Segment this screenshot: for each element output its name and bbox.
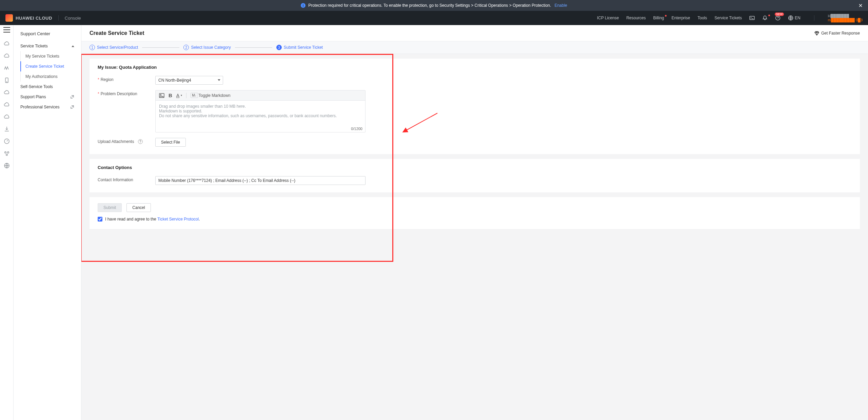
font-color-icon[interactable]: A▾	[176, 93, 182, 98]
step-3[interactable]: 3Submit Service Ticket	[276, 45, 323, 50]
nav-my-tickets[interactable]: My Service Tickets	[21, 51, 81, 61]
select-file-button[interactable]: Select File	[155, 138, 186, 147]
icon-rail	[0, 25, 14, 420]
rail-globe-icon[interactable]	[4, 163, 10, 169]
description-textarea[interactable]	[156, 101, 365, 131]
rail-cloud-icon-4[interactable]	[4, 102, 10, 108]
agree-checkbox[interactable]	[98, 217, 102, 222]
contact-info-input[interactable]	[155, 176, 366, 185]
billing-dot-icon	[665, 15, 667, 17]
hamburger-icon[interactable]	[3, 27, 10, 33]
nav-group-label: Service Tickets	[20, 44, 48, 48]
chevron-up-icon	[72, 45, 74, 47]
external-link-icon	[70, 95, 74, 99]
gem-icon	[814, 31, 819, 36]
contact-card: Contact Options Contact Information	[90, 159, 860, 192]
huawei-logo	[5, 14, 13, 22]
step-separator	[235, 47, 272, 48]
nav-support-plans[interactable]: Support Plans	[14, 92, 81, 102]
step-3-label: Submit Service Ticket	[284, 45, 323, 50]
help-icon[interactable]: ?	[138, 139, 143, 144]
nav-create-ticket[interactable]: Create Service Ticket	[20, 61, 81, 71]
nav-enterprise[interactable]: Enterprise	[672, 16, 690, 20]
svg-point-11	[160, 94, 161, 95]
contact-label: Contact Information	[98, 176, 155, 182]
external-link-icon	[70, 105, 74, 109]
step-1-label: Select Service/Product	[97, 45, 138, 50]
rail-device-icon[interactable]	[4, 77, 10, 83]
image-icon[interactable]	[159, 93, 164, 98]
nav-service-tickets[interactable]: Service Tickets	[714, 16, 742, 20]
submit-button[interactable]: Submit	[98, 203, 122, 212]
char-count: 0/1200	[351, 127, 362, 131]
rail-cloud-icon-5[interactable]	[4, 114, 10, 120]
announce-enable-link[interactable]: Enable	[554, 3, 567, 8]
rail-download-icon[interactable]	[4, 126, 10, 132]
account-menu[interactable]: H███████ m█████████ 0█3	[828, 14, 863, 22]
language-switch[interactable]: EN	[788, 15, 801, 21]
bell-icon[interactable]	[762, 15, 768, 21]
nav-resources[interactable]: Resources	[626, 16, 646, 20]
svg-point-4	[6, 82, 7, 82]
nav-title: Support Center	[14, 28, 81, 41]
new-badge: NEW	[775, 13, 784, 16]
region-select[interactable]: CN North-Beijing4	[155, 76, 223, 85]
nav-group-tickets[interactable]: Service Tickets	[14, 41, 81, 51]
nav-pro-services[interactable]: Professional Services	[14, 102, 81, 112]
rail-dashboard-icon[interactable]	[4, 138, 10, 144]
svg-rect-0	[750, 16, 754, 20]
rail-cloud-icon-2[interactable]	[4, 53, 10, 59]
faster-label: Get Faster Response	[821, 31, 860, 36]
nav-pro-services-label: Professional Services	[20, 105, 59, 109]
upload-label-text: Upload Attachments	[98, 139, 134, 144]
bell-dot-icon	[768, 15, 770, 16]
lang-text: EN	[795, 16, 801, 20]
description-label-text: Problem Description	[101, 91, 137, 96]
svg-point-6	[4, 152, 6, 153]
page-head: Create Service Ticket Get Faster Respons…	[81, 25, 868, 41]
description-label: *Problem Description	[98, 90, 155, 96]
nav-billing-label: Billing	[653, 16, 664, 20]
side-nav: Support Center Service Tickets My Servic…	[14, 25, 81, 420]
required-star-icon: *	[98, 77, 99, 82]
help-icon[interactable]: NEW	[775, 15, 781, 21]
contact-section-title: Contact Options	[98, 165, 852, 170]
nav-icp[interactable]: ICP License	[597, 16, 619, 20]
markdown-badge-icon: M↓	[191, 93, 198, 98]
agree-protocol-link[interactable]: Ticket Service Protocol	[157, 217, 199, 222]
issue-section-title: My Issue: Quota Application	[98, 65, 852, 70]
rail-cloud-icon-3[interactable]	[4, 89, 10, 96]
account-sub: m█████████ 0█3	[828, 18, 863, 22]
close-icon[interactable]: ×	[859, 2, 863, 9]
rail-network-icon[interactable]	[4, 65, 10, 71]
step-2[interactable]: 2Select Issue Category	[183, 45, 231, 50]
cancel-button[interactable]: Cancel	[126, 203, 151, 212]
svg-point-8	[6, 154, 7, 155]
step-1-number: 1	[90, 45, 95, 50]
toggle-markdown[interactable]: M↓Toggle Markdown	[191, 93, 230, 98]
brand-text: HUAWEI CLOUD	[16, 16, 52, 21]
faster-response-link[interactable]: Get Faster Response	[814, 31, 860, 36]
info-icon: i	[301, 3, 305, 8]
region-select-wrap: CN North-Beijing4	[155, 76, 223, 85]
nav-billing[interactable]: Billing	[653, 16, 664, 20]
bold-icon[interactable]: B	[169, 92, 172, 98]
nav-self-service[interactable]: Self-Service Tools	[14, 82, 81, 92]
announcement-text: Protection required for critical operati…	[308, 3, 551, 8]
toggle-markdown-label: Toggle Markdown	[199, 93, 231, 98]
nav-my-auth[interactable]: My Authorizations	[21, 71, 81, 82]
rail-cloud-icon[interactable]	[4, 41, 10, 47]
step-2-number: 2	[183, 45, 189, 50]
divider	[814, 15, 814, 21]
nav-tools[interactable]: Tools	[697, 16, 707, 20]
step-1[interactable]: 1Select Service/Product	[90, 45, 138, 50]
page-title: Create Service Ticket	[90, 30, 144, 36]
topnav: ICP License Resources Billing Enterprise…	[597, 14, 863, 22]
main: Create Service Ticket Get Faster Respons…	[81, 25, 868, 420]
toolbar-separator	[186, 93, 186, 98]
nav-support-plans-label: Support Plans	[20, 94, 46, 99]
announcement-bar: i Protection required for critical opera…	[0, 0, 868, 11]
rail-cluster-icon[interactable]	[4, 150, 10, 156]
console-label[interactable]: Console	[65, 16, 81, 21]
cloud-shell-icon[interactable]	[749, 15, 755, 21]
